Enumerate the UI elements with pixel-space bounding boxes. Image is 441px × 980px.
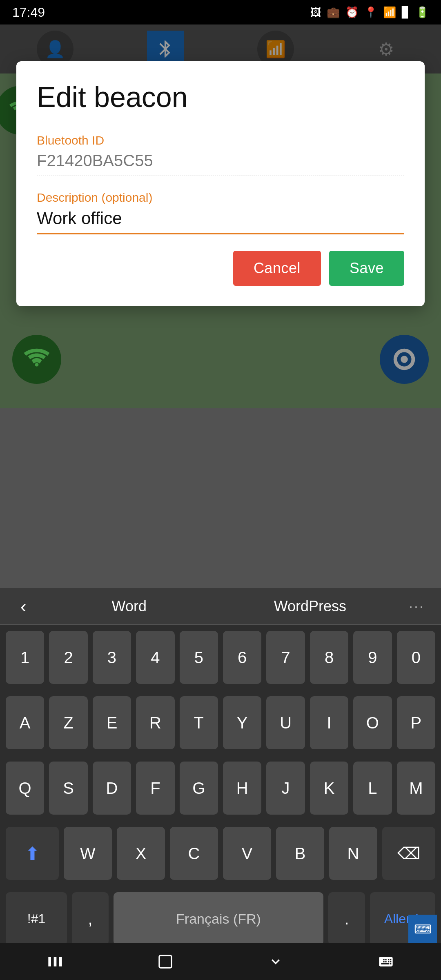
svg-rect-2 [48,957,51,966]
description-label: Description (optional) [37,191,404,205]
row-azerty: A Z E R T Y U I O P [0,690,441,755]
key-y[interactable]: Y [223,696,261,749]
key-u[interactable]: U [266,696,305,749]
number-row: 1 2 3 4 5 6 7 8 9 0 [0,625,441,690]
key-w[interactable]: W [64,827,112,880]
nav-bar [0,943,441,980]
key-x[interactable]: X [117,827,165,880]
keyboard-area: ‹ Word WordPress ··· 1 2 3 4 5 6 7 8 9 0… [0,588,441,980]
key-3[interactable]: 3 [93,631,131,684]
photo-icon: 🖼 [310,6,321,19]
key-1[interactable]: 1 [6,631,44,684]
key-d[interactable]: D [93,762,131,815]
save-button[interactable]: Save [329,251,404,286]
delete-key[interactable]: ⌫ [382,827,435,880]
bottom-row: !#1 , Français (FR) . Aller à [0,886,441,951]
key-t[interactable]: T [180,696,218,749]
key-e[interactable]: E [93,696,131,749]
key-c[interactable]: C [170,827,218,880]
svg-rect-4 [59,957,62,966]
key-g[interactable]: G [180,762,218,815]
key-s[interactable]: S [49,762,87,815]
key-k[interactable]: K [310,762,348,815]
status-bar: 17:49 🖼 💼 ⏰ 📍 📶 ▊ 🔋 [0,0,441,24]
key-0[interactable]: 0 [397,631,435,684]
key-m[interactable]: M [397,762,435,815]
sym-key[interactable]: !#1 [6,892,67,945]
key-p[interactable]: P [397,696,435,749]
suggestion-more-button[interactable]: ··· [401,598,433,615]
cancel-button[interactable]: Cancel [233,251,321,286]
location-icon: 📍 [364,6,377,19]
key-r[interactable]: R [136,696,174,749]
suggestion-word[interactable]: Word [39,594,220,619]
nav-back-icon[interactable] [235,949,316,974]
key-j[interactable]: J [266,762,305,815]
key-q[interactable]: Q [6,762,44,815]
row-wxcvbn: ⬆ W X C V B N ⌫ [0,821,441,886]
key-5[interactable]: 5 [180,631,218,684]
key-b[interactable]: B [276,827,324,880]
briefcase-icon: 💼 [327,6,340,19]
svg-rect-3 [54,957,57,966]
key-h[interactable]: H [223,762,261,815]
key-4[interactable]: 4 [136,631,174,684]
shift-key[interactable]: ⬆ [6,827,59,880]
dialog-title: Edit beacon [37,82,404,113]
bluetooth-id-value: F21420BA5C55 [37,151,404,176]
status-icons: 🖼 💼 ⏰ 📍 📶 ▊ 🔋 [310,6,429,19]
suggestions-bar: ‹ Word WordPress ··· [0,588,441,625]
key-6[interactable]: 6 [223,631,261,684]
signal-icon: ▊ [402,6,410,19]
period-key[interactable]: . [328,892,365,945]
key-i[interactable]: I [310,696,348,749]
key-l[interactable]: L [353,762,392,815]
battery-icon: 🔋 [416,6,429,19]
comma-key[interactable]: , [72,892,109,945]
key-2[interactable]: 2 [49,631,87,684]
description-input[interactable] [37,209,404,234]
key-z[interactable]: Z [49,696,87,749]
key-8[interactable]: 8 [310,631,348,684]
wifi-icon: 📶 [383,6,396,19]
key-a[interactable]: A [6,696,44,749]
bluetooth-id-label: Bluetooth ID [37,134,404,147]
key-n[interactable]: N [329,827,377,880]
alarm-icon: ⏰ [345,6,359,19]
key-9[interactable]: 9 [353,631,392,684]
svg-rect-5 [159,956,172,968]
edit-beacon-dialog: Edit beacon Bluetooth ID F21420BA5C55 De… [16,61,425,306]
key-7[interactable]: 7 [266,631,305,684]
space-key[interactable]: Français (FR) [114,892,323,945]
keyboard-icon-corner[interactable]: ⌨ [408,915,437,943]
status-time: 17:49 [12,5,45,20]
nav-keyboard-icon[interactable] [345,949,427,974]
key-v[interactable]: V [223,827,271,880]
nav-home-icon[interactable] [125,949,206,974]
suggestion-wordpress[interactable]: WordPress [220,594,401,619]
row-qsdfghjklm: Q S D F G H J K L M [0,755,441,821]
key-o[interactable]: O [353,696,392,749]
suggestion-back-button[interactable]: ‹ [8,596,39,617]
key-f[interactable]: F [136,762,174,815]
dialog-buttons: Cancel Save [37,251,404,286]
nav-menu-icon[interactable] [14,949,96,974]
